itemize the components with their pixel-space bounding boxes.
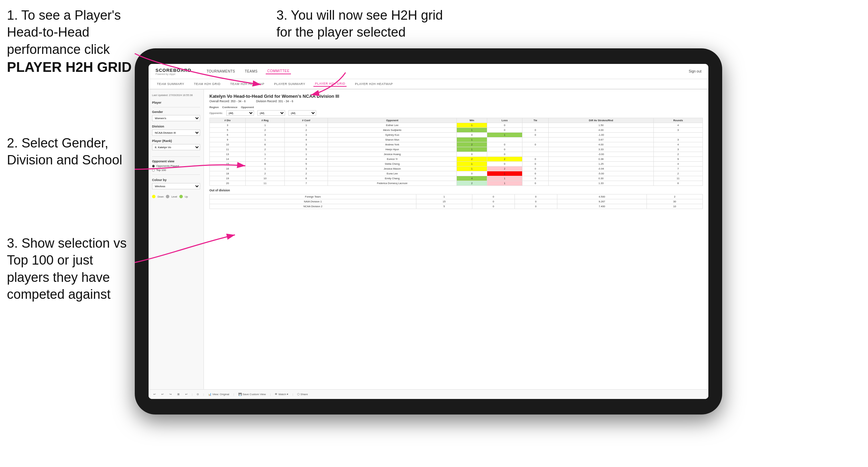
subnav-team-h2h-grid[interactable]: TEAM H2H GRID	[192, 82, 222, 86]
toolbar-save-custom[interactable]: 💾 Save Custom View	[237, 392, 267, 397]
ood-cell-tie: 0	[515, 194, 557, 199]
cell-name: Jessica Mason	[328, 166, 457, 171]
cell-diff: -5.00	[548, 171, 653, 176]
ood-cell-loss: 0	[472, 194, 515, 199]
toolbar-refresh[interactable]: ⊙	[195, 392, 200, 397]
cell-rounds: 3	[653, 137, 702, 142]
cell-win: 0	[457, 133, 487, 137]
subnav-team-h2h-heatmap[interactable]: TEAM H2H HEATMAP	[229, 82, 266, 86]
cell-reg: 1	[245, 137, 284, 142]
cell-win: 0	[457, 171, 487, 176]
bottom-toolbar: ↩ ↩ ↪ ⊞ ↩ | ⊙ | 📊 View: Original | 💾 Sav…	[149, 389, 708, 399]
conference-filter-select[interactable]: (All)	[257, 110, 285, 116]
nav-tournaments[interactable]: TOURNAMENTS	[205, 69, 237, 74]
cell-loss: 2	[487, 166, 522, 171]
cell-loss: 0	[487, 142, 522, 147]
main-content: Last Updated: 27/03/2024 16:55:38 Player…	[149, 89, 708, 399]
cell-diff: -1.00	[548, 133, 653, 137]
radio-2-label: Top 100	[156, 169, 166, 172]
toolbar-back[interactable]: ↩	[184, 392, 189, 397]
cell-tie: 0	[522, 128, 548, 133]
ood-cell-name: NCAA Division 2	[210, 204, 416, 209]
filter-conference-group: Conference	[222, 106, 237, 109]
cell-loss: 0	[487, 162, 522, 166]
cell-conf: 5	[285, 147, 328, 152]
col-opponent: Opponent	[328, 118, 457, 123]
subnav-player-summary[interactable]: PLAYER SUMMARY	[273, 82, 306, 86]
cell-loss: 0	[487, 152, 522, 157]
cell-rounds: 9	[653, 157, 702, 162]
cell-reg: 2	[245, 171, 284, 176]
cell-rounds: 7	[653, 166, 702, 171]
cell-diff: 0.38	[548, 157, 653, 162]
cell-tie: 0	[522, 181, 548, 186]
opponent-filter-select[interactable]: (All)	[289, 110, 316, 116]
region-label: Region	[209, 106, 219, 109]
nav-committee[interactable]: COMMITTEE	[266, 68, 291, 74]
table-row: 9 1 4 Sharon Mun 1 3.67 3	[210, 137, 703, 142]
table-row: 19 10 6 Emily Chang 4 1 0 0.30 11	[210, 176, 703, 181]
region-filter-select[interactable]: (All)	[226, 110, 254, 116]
cell-div: 20	[210, 181, 246, 186]
col-reg: # Reg	[245, 118, 284, 123]
cell-conf: 2	[285, 171, 328, 176]
cell-win: 2	[457, 157, 487, 162]
legend-dot-up	[179, 195, 183, 198]
division-label: Division	[152, 125, 200, 128]
toolbar-watch[interactable]: 👁 Watch ▾	[273, 392, 290, 397]
subnav-player-h2h-heatmap[interactable]: PLAYER H2H HEATMAP	[353, 82, 394, 86]
scoreboard-logo: SCOREBOARD Powered by clippd	[155, 68, 191, 75]
data-title: Katelyn Vo Head-to-Head Grid for Women's…	[209, 94, 703, 99]
legend-items: Down Level Up	[152, 195, 200, 198]
radio-opponents-played[interactable]: Opponents Played	[152, 164, 200, 168]
player-rank-select[interactable]: 8. Katelyn Vo	[152, 144, 200, 150]
cell-tie: 0	[522, 142, 548, 147]
toolbar-view-original[interactable]: 📊 View: Original	[207, 392, 230, 397]
radio-top100[interactable]: Top 100	[152, 169, 200, 172]
legend-down-label: Down	[158, 196, 164, 198]
cell-name: Euna Lee	[328, 171, 457, 176]
toolbar-undo2[interactable]: ↩	[160, 392, 165, 397]
filter-row: Region Conference Opponent	[209, 106, 703, 109]
cell-diff: -3.00	[548, 152, 653, 157]
filter-row-2: Opponents: (All) (All) (All)	[209, 110, 703, 116]
colour-by-select[interactable]: Win/loss	[152, 183, 200, 189]
subnav-team-summary[interactable]: TEAM SUMMARY	[155, 82, 186, 86]
nav-teams[interactable]: TEAMS	[243, 69, 259, 74]
table-row: 5 2 2 Alexis Sudjianto 1 0 0 4.00 3	[210, 128, 703, 133]
sign-out[interactable]: Sign out	[689, 69, 701, 73]
colour-by-section: Colour by Win/loss Down Level Up	[152, 178, 200, 198]
toolbar-share[interactable]: ⬡ Share	[296, 392, 309, 397]
toolbar-grid[interactable]: ⊞	[176, 392, 181, 397]
toolbar-redo[interactable]: ↪	[168, 392, 173, 397]
legend-dot-down	[152, 195, 155, 198]
cell-div: 19	[210, 176, 246, 181]
gender-label: Gender	[152, 110, 200, 114]
cell-name: Jessica Huang	[328, 152, 457, 157]
radio-dot-2	[152, 169, 155, 172]
cell-win: 1	[457, 166, 487, 171]
ood-cell-rounds: 10	[647, 204, 703, 209]
gender-select[interactable]: Women's	[152, 115, 200, 121]
toolbar-sep1: |	[192, 393, 192, 396]
table-row: 15 8 5 Stella Cheng 1 0 0 1.25 4	[210, 162, 703, 166]
ood-cell-name: NAIA Division 1	[210, 199, 416, 204]
division-select[interactable]: NCAA Division III	[152, 130, 200, 136]
cell-diff: -0.94	[548, 166, 653, 171]
ood-cell-loss: 0	[472, 204, 515, 209]
subnav-player-h2h-grid[interactable]: PLAYER H2H GRID	[313, 81, 347, 87]
cell-rounds: 2	[653, 171, 702, 176]
cell-reg: 3	[245, 133, 284, 137]
cell-div: 18	[210, 171, 246, 176]
cell-reg: 1	[245, 123, 284, 128]
ood-cell-name: Foreign Team	[210, 194, 416, 199]
cell-conf: 1	[285, 123, 328, 128]
col-loss: Loss	[487, 118, 522, 123]
cell-reg: 8	[245, 162, 284, 166]
cell-win: 2	[457, 181, 487, 186]
filter-opponent-group: Opponent	[241, 106, 254, 109]
toolbar-sep5: |	[292, 393, 293, 396]
instruction-1-bold: PLAYER H2H GRID	[7, 58, 138, 76]
toolbar-undo[interactable]: ↩	[152, 392, 157, 397]
cell-loss: 0	[487, 128, 522, 133]
